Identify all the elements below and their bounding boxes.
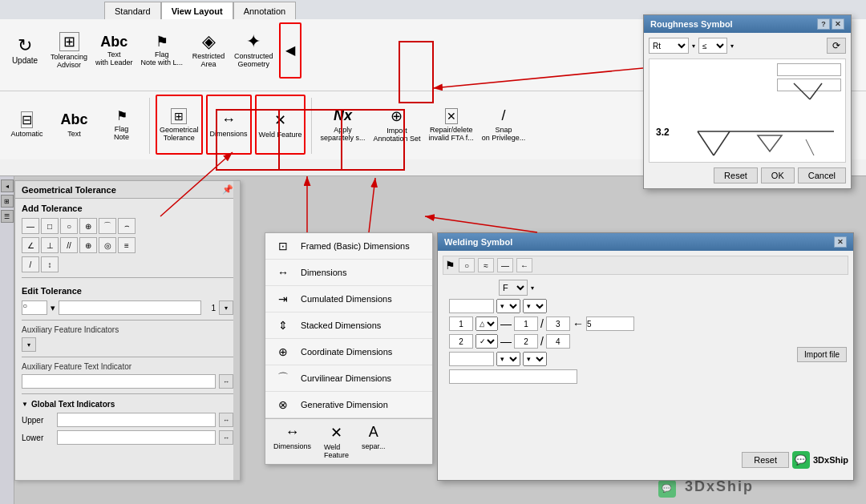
roughness-close-btn[interactable]: ✕ (832, 18, 844, 30)
gt-btn-eq[interactable]: ≡ (118, 237, 136, 253)
welding-reset-btn[interactable]: Reset (742, 452, 789, 468)
gt-btn-parallel[interactable]: // (60, 237, 78, 253)
gt-lower-input[interactable] (57, 430, 216, 445)
gt-global-collapse[interactable]: ▼ Global Text Indicators (15, 397, 240, 411)
dim-cumulated[interactable]: ⇥ Cumulated Dimensions (265, 286, 432, 312)
w-val-3[interactable] (546, 317, 570, 331)
w-btn-circle[interactable]: ○ (459, 258, 475, 272)
btn-flag-note2[interactable]: ⚑ FlagNote (99, 95, 144, 155)
tab-annotation[interactable]: Annotation (233, 2, 297, 19)
w-empty2[interactable] (449, 352, 494, 366)
gt-btn-line[interactable]: — (22, 218, 39, 234)
btn-constructed-geometry[interactable]: ✦ ConstructedGeometry (232, 22, 276, 79)
gt-btn-sym[interactable]: ⊕ (79, 237, 97, 253)
gt-btn-circle[interactable]: ○ (60, 218, 78, 234)
btn-tolerancing-advisor[interactable]: ⊞ TolerancingAdvisor (48, 22, 90, 79)
roughness-symbol-svg (650, 59, 845, 162)
gt-btn-wave[interactable]: ⌢ (118, 218, 136, 234)
gt-btn-slash[interactable]: / (22, 256, 39, 272)
roughness-rt-select[interactable]: Rt (649, 38, 689, 54)
dim-bottom-weld[interactable]: ✕ WeldFeature (319, 422, 354, 461)
btn-repair-delete[interactable]: ✕ Repair/deleteinvalid FTA f... (426, 95, 475, 155)
w-btn-wave[interactable]: ≈ (478, 258, 494, 272)
w-bottom-input[interactable] (449, 369, 577, 384)
gt-btn-rect[interactable]: □ (41, 218, 59, 234)
dim-curvilinear[interactable]: ⌒ Curvilinear Dimensions (265, 365, 432, 392)
gt-tolerance-input[interactable] (59, 300, 201, 315)
gt-btn-concentric[interactable]: ◎ (99, 237, 116, 253)
welding-close-btn[interactable]: ✕ (834, 236, 847, 248)
gt-aux-text-dropdown[interactable]: ↔ (219, 374, 233, 389)
gt-btn-arc[interactable]: ⌒ (99, 218, 116, 234)
w-btn-arrow[interactable]: ← (516, 258, 532, 272)
dim-bottom-a[interactable]: A separ... (357, 422, 391, 461)
dim-framed-basic[interactable]: ⊡ Framed (Basic) Dimensions (265, 233, 432, 260)
gt-shape-select[interactable]: ○ (22, 300, 47, 315)
w-val-2b[interactable] (514, 334, 538, 349)
btn-snap-privilege[interactable]: / Snapon Privilege... (480, 95, 528, 155)
btn-weld-feature[interactable]: ✕ Weld Feature (255, 95, 306, 155)
svg-line-12 (425, 216, 537, 232)
f-select[interactable]: F (499, 280, 528, 296)
btn-geometrical-tolerance[interactable]: ⊞ GeometricalTolerance (156, 95, 203, 155)
w-check-select[interactable]: ✓ (475, 334, 498, 349)
btn-collapse-arrow[interactable]: ◀ (279, 22, 301, 79)
watermark: 💬 3DxShip (658, 478, 754, 498)
left-nav-btn3[interactable]: ☰ (1, 210, 14, 223)
w-val-1a[interactable] (449, 317, 473, 331)
dimensions-icon: ↔ (221, 111, 236, 128)
roughness-ok-btn[interactable]: OK (761, 167, 795, 183)
w-angle-select[interactable]: △ (475, 317, 498, 331)
btn-update[interactable]: ↻ Update (5, 22, 45, 79)
w-val-2a[interactable] (449, 334, 473, 349)
btn-flag-note[interactable]: ⚑ FlagNote with L... (139, 22, 186, 79)
w-val-4[interactable] (546, 334, 570, 349)
btn-apply-separately[interactable]: Nx Applyseparately s... (318, 95, 367, 155)
roughness-cancel-btn[interactable]: Cancel (798, 167, 846, 183)
gt-upper-dropdown[interactable]: ↔ (219, 413, 233, 427)
gt-lower-dropdown[interactable]: ↔ (219, 430, 233, 445)
btn-automatic[interactable]: ⊟ Automatic (5, 95, 49, 155)
w-btn-line[interactable]: — (497, 258, 513, 272)
gt-btn-double-arrow[interactable]: ↕ (41, 256, 59, 272)
w-empty1[interactable] (449, 299, 494, 313)
dim-generative[interactable]: ⊗ Generative Dimension (265, 392, 432, 418)
gt-btn-cross[interactable]: ⊕ (79, 218, 97, 234)
gt-step-down[interactable]: ▾ (219, 300, 233, 315)
btn-flag-note2-label: FlagNote (114, 125, 129, 141)
w-select2[interactable]: ▾ (523, 299, 547, 313)
w-select4[interactable]: ▾ (523, 352, 547, 366)
left-nav-btn1[interactable]: ◂ (1, 179, 14, 192)
roughness-reset-btn[interactable]: Reset (714, 167, 758, 183)
btn-import-annotation[interactable]: ⊕ ImportAnnotation Set (370, 95, 423, 155)
dim-bottom-dim[interactable]: ↔ Dimensions (269, 422, 316, 461)
gt-btn-angle[interactable]: ∠ (22, 237, 39, 253)
dim-coordinate[interactable]: ⊕ Coordinate Dimensions (265, 339, 432, 365)
gt-scrollbar[interactable] (233, 181, 240, 480)
roughness-help-btn[interactable]: ? (817, 18, 830, 30)
w-select1[interactable]: ▾ (496, 299, 520, 313)
gt-upper-input[interactable] (57, 413, 216, 427)
btn-text[interactable]: Abc Text (52, 95, 96, 155)
dim-stacked[interactable]: ⇕ Stacked Dimensions (265, 312, 432, 339)
stacked-icon: ⇕ (272, 317, 294, 334)
tab-standard[interactable]: Standard (104, 2, 161, 19)
roughness-arrow-right: ▾ (692, 42, 695, 50)
w-val-1b[interactable] (514, 317, 538, 331)
roughness-rotate-btn[interactable]: ⟳ (827, 38, 846, 54)
left-nav-btn2[interactable]: ⊞ (1, 195, 14, 208)
dim-dimensions[interactable]: ↔ Dimensions (265, 260, 432, 286)
roughness-symbol-select[interactable]: ≤ (698, 38, 727, 54)
btn-dimensions[interactable]: ↔ Dimensions (206, 95, 252, 155)
welding-import-btn[interactable]: Import file (797, 347, 847, 362)
tab-view-layout[interactable]: View Layout (161, 2, 233, 19)
welding-fields: F ▾ ▾ ▾ △ — / (443, 280, 848, 384)
w-select3[interactable]: ▾ (496, 352, 520, 366)
gt-btn-perp[interactable]: ⊥ (41, 237, 59, 253)
w-val-5[interactable] (586, 317, 634, 331)
btn-text-leader[interactable]: Abc Textwith Leader (93, 22, 136, 79)
gt-panel-pin[interactable]: 📌 (222, 184, 233, 195)
gt-aux-dropdown[interactable]: ▾ (22, 337, 36, 352)
gt-aux-text-input[interactable] (22, 374, 216, 389)
btn-restricted-area[interactable]: ◈ RestrictedArea (188, 22, 229, 79)
